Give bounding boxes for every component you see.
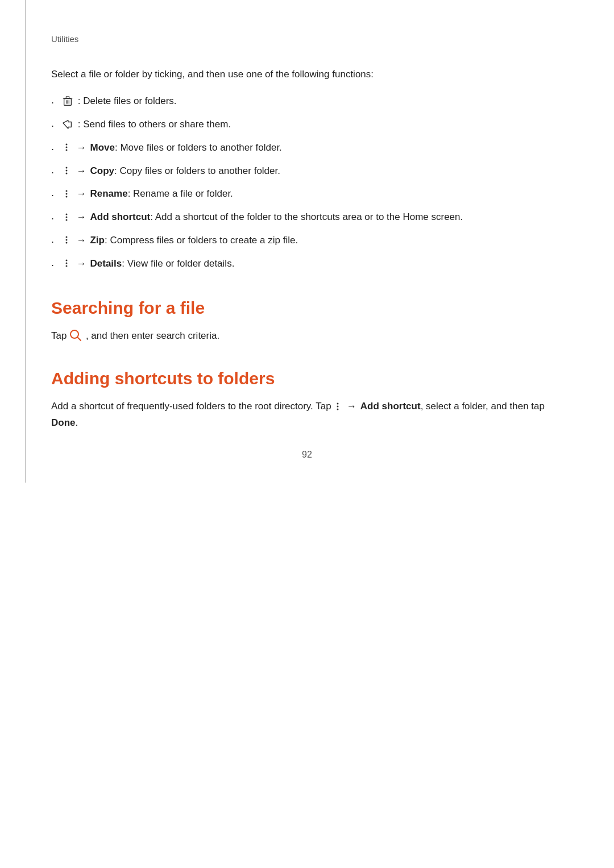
bullet-dot: ·	[51, 164, 54, 181]
bold-done: Done	[51, 417, 76, 428]
list-item: · → Rename: Rename a file or folder.	[51, 186, 563, 203]
adding-text-pre: Add a shortcut of frequently-used folder…	[51, 401, 334, 412]
arrow-symbol: →	[77, 188, 86, 199]
list-item: · → Move: Move files or folders to anoth…	[51, 140, 563, 157]
arrow-symbol: →	[77, 165, 86, 176]
svg-point-19	[66, 236, 68, 238]
svg-point-13	[66, 190, 68, 192]
list-item: · → Copy: Copy files or folders to anoth…	[51, 163, 563, 181]
menu-icon	[62, 211, 71, 223]
bullet-dot: ·	[51, 141, 54, 157]
adding-text-post: , select a folder, and then tap	[421, 401, 545, 412]
bullet-dot: ·	[51, 210, 54, 227]
svg-point-17	[66, 216, 68, 218]
svg-point-11	[66, 170, 68, 172]
list-item: · → Add shortcut: Add a shortcut of the …	[51, 209, 563, 227]
svg-point-8	[66, 147, 68, 148]
searching-heading: Searching for a file	[51, 298, 563, 318]
bullet-dot: ·	[51, 234, 54, 250]
function-list: · : Delete files or folders. ·	[51, 93, 563, 273]
svg-point-28	[337, 405, 339, 407]
bullet-content: → Add shortcut: Add a shortcut of the fo…	[62, 209, 563, 225]
bold-add-shortcut: Add shortcut	[360, 401, 421, 412]
svg-point-12	[66, 173, 68, 175]
svg-point-7	[66, 144, 68, 146]
svg-point-20	[66, 239, 68, 241]
svg-point-9	[66, 149, 68, 151]
svg-point-10	[66, 167, 68, 169]
svg-point-22	[66, 260, 68, 261]
menu-icon	[62, 165, 71, 176]
menu-icon	[62, 234, 71, 246]
bullet-content: → Move: Move files or folders to another…	[62, 140, 563, 155]
menu-icon	[62, 142, 71, 153]
list-item: · → Zip: Compress files or folders to cr…	[51, 232, 563, 250]
list-item: · : Send files to others or share them.	[51, 117, 563, 134]
arrow-symbol: →	[77, 142, 86, 153]
bullet-content: → Zip: Compress files or folders to crea…	[62, 232, 563, 248]
svg-point-15	[66, 196, 68, 197]
arrow-symbol: →	[77, 211, 86, 222]
svg-point-18	[66, 219, 68, 221]
arrow-symbol: →	[77, 235, 86, 246]
list-item: · → Details: View file or folder details…	[51, 256, 563, 273]
bold-label: Details	[90, 258, 122, 269]
svg-line-26	[78, 338, 81, 341]
share-icon	[62, 119, 73, 130]
arrow-symbol: →	[347, 401, 356, 412]
svg-point-16	[66, 213, 68, 215]
page-number: 92	[302, 450, 312, 460]
bullet-content: : Delete files or folders.	[62, 93, 563, 109]
bullet-dot: ·	[51, 118, 54, 134]
bold-label: Copy	[90, 165, 114, 176]
bullet-content: → Copy: Copy files or folders to another…	[62, 163, 563, 178]
bullet-content: → Details: View file or folder details.	[62, 256, 563, 271]
bold-label: Zip	[90, 235, 105, 246]
bullet-dot: ·	[51, 257, 54, 273]
bold-label: Move	[90, 142, 114, 153]
intro-text: Select a file or folder by ticking, and …	[51, 67, 563, 82]
bullet-dot: ·	[51, 94, 54, 111]
page-container: Utilities Select a file or folder by tic…	[0, 0, 614, 483]
list-item: · : Delete files or folders.	[51, 93, 563, 111]
menu-icon	[62, 188, 71, 200]
bullet-content: : Send files to others or share them.	[62, 117, 563, 132]
arrow-symbol: →	[77, 258, 86, 269]
adding-text-end: .	[76, 417, 78, 428]
svg-point-21	[66, 242, 68, 244]
bold-label: Rename	[90, 188, 127, 199]
searching-text-pre: Tap	[51, 330, 69, 341]
search-icon	[69, 329, 82, 342]
svg-point-29	[337, 408, 339, 410]
bullet-content: → Rename: Rename a file or folder.	[62, 186, 563, 201]
adding-heading: Adding shortcuts to folders	[51, 369, 563, 388]
left-border-decoration	[25, 0, 26, 483]
section-label: Utilities	[51, 34, 563, 44]
adding-body: Add a shortcut of frequently-used folder…	[51, 398, 563, 431]
svg-point-24	[66, 265, 68, 267]
svg-point-23	[66, 263, 68, 264]
svg-point-14	[66, 193, 68, 194]
bullet-dot: ·	[51, 187, 54, 203]
svg-marker-6	[63, 120, 72, 128]
searching-text-post: , and then enter search criteria.	[86, 330, 219, 341]
svg-point-27	[337, 402, 339, 404]
menu-icon	[334, 401, 342, 412]
searching-body: Tap , and then enter search criteria.	[51, 328, 563, 344]
menu-icon	[62, 258, 71, 269]
svg-rect-2	[66, 97, 69, 98]
trash-icon	[62, 95, 73, 107]
bold-label: Add shortcut	[90, 211, 150, 222]
